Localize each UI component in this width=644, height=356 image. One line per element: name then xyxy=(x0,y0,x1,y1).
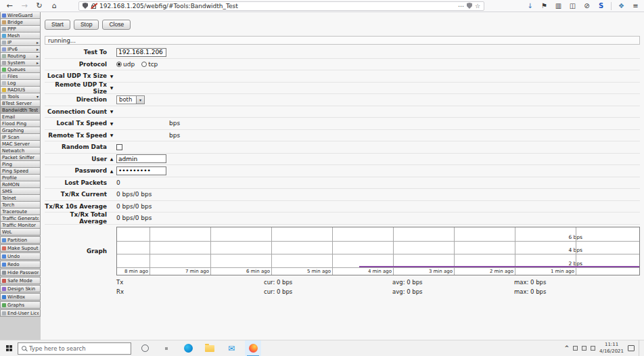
protocol-udp-label[interactable]: udp xyxy=(123,61,135,68)
sidebar-item-label: Mesh xyxy=(7,33,20,39)
sidebar-item-design-skin[interactable]: Design Skin xyxy=(0,285,41,292)
tracking-protection-shield-icon[interactable] xyxy=(83,3,88,9)
tray-chevron-icon[interactable]: ^ xyxy=(564,345,569,351)
tx-rx-total-average-label: Tx/Rx Total Average xyxy=(45,211,107,225)
sidebar-item-label: Traffic Generator xyxy=(2,216,39,221)
defender-icon[interactable] xyxy=(573,346,578,351)
form-row-remote-tx-speed: Remote Tx Speed ▼ bps xyxy=(45,130,640,142)
sidebar-item-label: IP xyxy=(7,40,12,45)
sidebar-item-safe-mode[interactable]: Safe Mode xyxy=(0,277,41,284)
task-view-button[interactable] xyxy=(158,340,175,356)
downloads-icon[interactable]: ↓ xyxy=(526,1,534,12)
volume-icon[interactable] xyxy=(591,346,595,351)
test-to-input[interactable] xyxy=(116,48,166,57)
extensions-icon[interactable]: ❖ xyxy=(617,1,626,12)
sidebar-item-undo[interactable]: Undo xyxy=(0,252,41,260)
expand-down-icon[interactable]: ▼ xyxy=(110,85,114,90)
user-input[interactable] xyxy=(116,154,166,163)
ipv6-icon xyxy=(2,47,6,51)
pocket-icon[interactable] xyxy=(467,3,472,9)
local-tx-speed-label: Local Tx Speed xyxy=(45,120,107,127)
sidebar-item-label: Packet Sniffer xyxy=(2,155,34,160)
s-extension-icon[interactable]: S xyxy=(597,1,605,12)
file-explorer-button[interactable] xyxy=(202,340,218,356)
sidebar-item-wol[interactable]: WoL xyxy=(0,228,41,236)
show-desktop-button[interactable] xyxy=(639,340,641,356)
insecure-lock-icon[interactable] xyxy=(91,3,97,9)
password-input[interactable] xyxy=(116,166,166,175)
sidebar-item-label: Queues xyxy=(7,67,26,72)
ppp-icon xyxy=(2,27,6,31)
supout-icon xyxy=(2,246,6,250)
collapse-up-icon[interactable]: ▲ xyxy=(110,169,114,173)
sidebar-item-traffic-generator[interactable]: Traffic Generator xyxy=(0,215,41,222)
chevron-down-icon: ▾ xyxy=(37,94,39,99)
forward-icon[interactable]: → xyxy=(19,1,30,12)
url-bar[interactable]: 192.168.1.205/webfig/#Tools:Bandwidth_Te… xyxy=(78,1,484,11)
search-icon xyxy=(22,346,26,351)
form-row-protocol: Protocol udp tcp xyxy=(45,59,640,71)
protocol-udp-radio[interactable] xyxy=(116,62,122,67)
back-icon[interactable]: ← xyxy=(4,1,15,12)
action-center-icon[interactable] xyxy=(628,345,635,351)
mail-button[interactable]: ✉ xyxy=(223,340,239,356)
graph-gridline xyxy=(117,267,639,268)
chevron-right-icon: ▸ xyxy=(37,60,39,65)
protocol-tcp-radio[interactable] xyxy=(141,62,147,67)
sidebars-icon[interactable]: ◫ xyxy=(568,1,577,12)
form-row-tx-rx-10s-average: Tx/Rx 10s Average 0 bps/0 bps xyxy=(45,201,640,213)
sidebar-item-label: Traceroute xyxy=(2,209,27,215)
start-menu-button[interactable] xyxy=(0,340,18,356)
adblock-icon[interactable]: ⊘ xyxy=(582,1,591,12)
sidebar-item-label: Hide Passwords xyxy=(7,270,39,275)
expand-down-icon[interactable]: ▼ xyxy=(110,121,114,126)
graph-gridline xyxy=(210,227,211,275)
ip-icon xyxy=(2,41,6,45)
graph-gridline xyxy=(117,241,639,242)
reload-icon[interactable]: ↻ xyxy=(34,1,45,12)
library-icon[interactable]: ▥ xyxy=(554,1,563,12)
flag-icon[interactable]: ⚑ xyxy=(540,1,549,12)
direction-select[interactable]: both ▾ xyxy=(116,95,145,104)
graph-gridline xyxy=(393,227,394,275)
cortana-button[interactable] xyxy=(137,340,153,356)
design-skin-icon xyxy=(2,287,6,291)
stop-button[interactable]: Stop xyxy=(74,20,99,30)
expand-down-icon[interactable]: ▼ xyxy=(110,109,114,114)
chevron-down-icon[interactable]: ▾ xyxy=(136,96,144,104)
sidebar-item-winbox[interactable]: WinBox xyxy=(0,293,41,301)
edge-button[interactable] xyxy=(180,340,196,356)
sidebar-item-label: Routing xyxy=(7,53,26,59)
form-row-tx-rx-total-average: Tx/Rx Total Average 0 bps/0 bps xyxy=(45,213,640,225)
sidebar-item-partition[interactable]: Partition xyxy=(0,236,41,244)
url-text[interactable]: 192.168.1.205/webfig/#Tools:Bandwidth_Te… xyxy=(99,3,455,9)
expand-down-icon[interactable]: ▼ xyxy=(110,74,114,79)
network-icon[interactable] xyxy=(582,346,586,351)
rx-max-value: max: 0 bps xyxy=(514,288,546,295)
protocol-tcp-label[interactable]: tcp xyxy=(148,61,158,68)
safe-mode-icon xyxy=(2,279,6,283)
page-actions-icon[interactable]: ⋯ xyxy=(458,3,464,9)
sidebar-item-traffic-monitor[interactable]: Traffic Monitor xyxy=(0,221,41,229)
sidebar-item-graphs[interactable]: Graphs xyxy=(0,301,41,309)
menu-icon[interactable]: ≡ xyxy=(631,1,640,12)
collapse-up-icon[interactable]: ▲ xyxy=(110,156,114,161)
sidebar-item-end-user-license[interactable]: End-User License xyxy=(0,309,41,317)
graph-gridline xyxy=(454,227,455,275)
firefox-button[interactable] xyxy=(245,340,261,356)
sidebar-item-redo[interactable]: Redo xyxy=(0,261,41,268)
sidebar-item-bandwidth-test[interactable]: Bandwidth Test xyxy=(0,106,41,114)
start-button[interactable]: Start xyxy=(45,20,70,30)
clock-time: 11:11 xyxy=(605,342,618,347)
home-icon[interactable]: ⌂ xyxy=(49,1,60,12)
sidebar-item-hide-passwords[interactable]: Hide Passwords xyxy=(0,269,41,276)
random-data-checkbox[interactable] xyxy=(116,144,122,150)
close-button[interactable]: Close xyxy=(102,20,131,30)
expand-down-icon[interactable]: ▼ xyxy=(110,133,114,137)
form-row-local-tx-speed: Local Tx Speed ▼ bps xyxy=(45,118,640,130)
bookmark-star-icon[interactable]: ☆ xyxy=(475,3,480,9)
taskbar-clock[interactable]: 11:11 4/16/2021 xyxy=(599,342,624,354)
taskbar-search[interactable]: Type here to search xyxy=(18,342,131,355)
direction-select-value: both xyxy=(117,96,136,103)
sidebar-item-make-supout-rif[interactable]: Make Supout.rif xyxy=(0,244,41,252)
